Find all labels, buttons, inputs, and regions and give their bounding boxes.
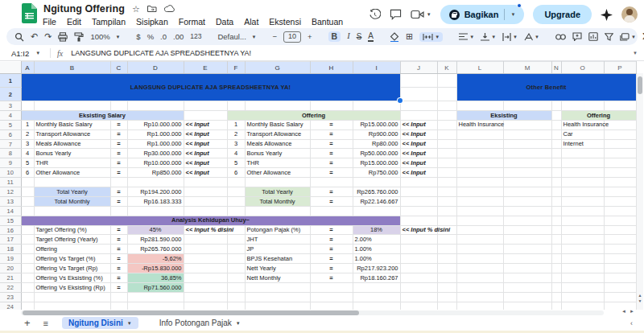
row-header-4[interactable]: 4 [0, 110, 21, 120]
cell-O11[interactable] [561, 178, 604, 187]
row-header-11[interactable]: 11 [0, 178, 21, 187]
cell-B6[interactable]: Transport Allowance [34, 130, 110, 139]
cell-P14[interactable] [604, 206, 636, 216]
column-header-E[interactable]: E [184, 62, 227, 74]
cell-N4[interactable] [551, 110, 561, 120]
row-header-14[interactable]: 14 [0, 206, 21, 216]
cell-B22[interactable]: Offering Vs Eksisting (Rp) [34, 282, 110, 292]
vertical-align-button[interactable]: ▼ [481, 33, 496, 41]
upgrade-button[interactable]: Upgrade [533, 5, 592, 24]
cell-O22[interactable] [561, 282, 604, 292]
cell-A4[interactable]: Eksisting Salary [21, 110, 184, 120]
cell-P11[interactable] [604, 178, 636, 187]
redo-icon[interactable]: ↷ [44, 32, 52, 41]
cell-J5[interactable]: << Input [400, 120, 437, 130]
cell-A20[interactable] [21, 264, 34, 273]
menu-sisipkan[interactable]: Sisipkan [136, 17, 168, 27]
cell-C16[interactable]: = [110, 225, 127, 235]
cell-A14[interactable] [21, 206, 34, 216]
cell-L9[interactable] [456, 158, 503, 168]
cell-D20[interactable]: -Rp15.830.000 [127, 264, 184, 273]
cell-E20[interactable] [184, 264, 227, 273]
cell-C14[interactable] [110, 206, 127, 216]
tab-dropdown-icon[interactable]: ▼ [236, 321, 241, 326]
cell-H10[interactable]: = [310, 168, 353, 178]
fill-color-button[interactable] [390, 32, 399, 42]
cell-I7[interactable]: Rp80.000 [353, 139, 400, 149]
cell-I10[interactable]: Rp750.000 [353, 168, 400, 178]
cell-N24[interactable] [551, 302, 561, 310]
cell-H21[interactable]: = [310, 273, 353, 283]
cell-P16[interactable] [604, 225, 636, 235]
cell-O24[interactable] [561, 302, 604, 310]
cell-K23[interactable] [437, 292, 456, 302]
cell-A17[interactable] [21, 235, 34, 245]
cell-N10[interactable] [551, 168, 561, 178]
merge-dropdown-icon[interactable]: ▼ [435, 35, 440, 39]
cell-L5[interactable]: Health Insurance [456, 120, 503, 130]
horizontal-scroll-arrows[interactable]: ◄► [621, 309, 638, 314]
cell-M20[interactable] [503, 264, 551, 273]
cell-M17[interactable] [503, 235, 551, 245]
name-box-dropdown-icon[interactable]: ▼ [35, 51, 40, 56]
gemini-sparkle-icon[interactable] [601, 9, 613, 21]
cell-K2[interactable] [437, 88, 456, 101]
cell-H11[interactable] [310, 178, 353, 187]
cell-G20[interactable]: Nett Yearly [245, 264, 310, 273]
cell-D9[interactable]: Rp10.000.000 [127, 158, 184, 168]
cell-F9[interactable]: 5 [227, 158, 245, 168]
menu-tampilan[interactable]: Tampilan [92, 17, 126, 27]
zoom-select[interactable]: 100% ▼ [90, 33, 120, 41]
merge-cells-button[interactable]: ▼ [419, 32, 443, 42]
cell-H7[interactable]: = [310, 139, 353, 149]
column-header-A[interactable]: A [21, 62, 34, 74]
cell-P6[interactable] [604, 130, 636, 139]
cell-L6[interactable] [456, 130, 503, 139]
cell-L24[interactable] [456, 302, 503, 310]
cell-E21[interactable] [184, 273, 227, 283]
cell-F17[interactable] [227, 235, 245, 245]
cell-A22[interactable] [21, 282, 34, 292]
row-header-20[interactable]: 20 [0, 264, 21, 273]
add-sheet-icon[interactable]: + [24, 317, 31, 329]
tab-dropdown-icon[interactable]: ▼ [127, 321, 132, 326]
cell-O5[interactable]: Health Insurance [561, 120, 604, 130]
cell-O20[interactable] [561, 264, 604, 273]
cell-K11[interactable] [437, 178, 456, 187]
menu-format[interactable]: Format [179, 17, 205, 27]
row-header-5[interactable]: 5 [0, 120, 21, 130]
cell-O15[interactable] [561, 216, 604, 225]
cell-F23[interactable] [227, 292, 245, 302]
cell-O12[interactable] [561, 187, 604, 197]
cell-L16[interactable] [456, 225, 503, 235]
cell-O4[interactable]: Offering [561, 110, 636, 120]
cell-J24[interactable] [400, 302, 437, 310]
increase-font-size-button[interactable]: + [308, 33, 312, 41]
menu-alat[interactable]: Alat [244, 17, 258, 27]
cell-F5[interactable]: 1 [227, 120, 245, 130]
cell-E18[interactable] [184, 245, 227, 254]
cell-K20[interactable] [437, 264, 456, 273]
cell-F14[interactable] [227, 206, 245, 216]
cell-E16[interactable]: << Input % disini [184, 225, 227, 235]
cell-N17[interactable] [551, 235, 561, 245]
cell-K24[interactable] [437, 302, 456, 310]
cell-L17[interactable] [456, 235, 503, 245]
cell-L1[interactable]: Other Benefit [456, 74, 636, 101]
cell-P23[interactable] [604, 292, 636, 302]
cell-M16[interactable] [503, 225, 551, 235]
column-header-K[interactable]: K [437, 62, 456, 74]
row-header-19[interactable]: 19 [0, 254, 21, 264]
font-select[interactable]: Defaul... ▼ [217, 33, 256, 41]
cell-A1[interactable]: LANGSUNG DUPLICATE AJA SPREADSHEETNYA YA… [21, 74, 400, 101]
sheets-logo-icon[interactable] [22, 3, 37, 27]
cell-A3[interactable] [21, 101, 34, 111]
cell-M21[interactable] [503, 273, 551, 283]
cell-N23[interactable] [551, 292, 561, 302]
cell-M8[interactable] [503, 149, 551, 158]
cell-I11[interactable] [353, 178, 400, 187]
row-header-12[interactable]: 12 [0, 187, 21, 197]
cell-B21[interactable]: Offering Vs Eksisting (%) [34, 273, 110, 283]
cell-G23[interactable] [245, 292, 310, 302]
cell-K22[interactable] [437, 282, 456, 292]
